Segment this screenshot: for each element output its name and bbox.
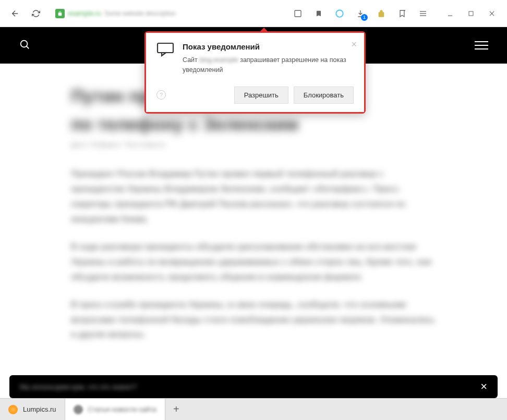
tab-lumpics[interactable]: Lumpics.ru [0,399,65,420]
article-meta: Дата • Рубрика • Теги новости [71,141,436,149]
menu-icon[interactable] [417,8,429,19]
favicon-icon [74,405,83,414]
svg-rect-6 [469,11,473,16]
favicon-icon [8,405,18,414]
downloads-icon[interactable]: 1 [355,8,366,19]
cookie-text: Мы используем куки, что это значит? [20,383,137,391]
tab-title: Lumpics.ru [23,405,56,413]
yandex-icon[interactable] [334,8,345,19]
reader-mode-icon[interactable] [292,8,304,19]
maximize-button[interactable] [465,8,477,19]
url-host: example.ru [68,9,101,17]
bookmarks-panel-icon[interactable] [396,8,408,19]
address-bar[interactable]: example.ru Some website description [51,6,197,21]
article-paragraph: В ходе разговора президенты обсудили уре… [71,240,436,285]
cookie-close-button[interactable]: × [480,380,487,393]
help-icon[interactable]: ? [156,90,166,100]
article-paragraph: Президент России Владимир Путин провел п… [71,167,436,227]
cookie-banner: Мы используем куки, что это значит? × [9,375,498,398]
back-button[interactable] [9,8,21,19]
window-controls [444,8,498,19]
svg-rect-0 [295,10,301,17]
tabs-bar: Lumpics.ru Статья новости сайта + [0,398,507,420]
svg-point-1 [336,10,343,17]
lock-icon [55,9,65,18]
tab-title: Статья новости сайта [88,405,156,413]
close-window-button[interactable] [486,8,498,19]
hamburger-menu-icon[interactable] [475,41,488,50]
reload-button[interactable] [30,8,42,19]
downloads-badge: 1 [361,14,368,21]
dialog-title: Показ уведомлений [183,42,354,51]
permission-dialog: × Показ уведомлений Сайт blog.example за… [144,31,366,114]
new-tab-button[interactable]: + [165,399,187,420]
url-desc: Some website description [104,10,176,17]
svg-point-9 [21,41,28,47]
tab-active[interactable]: Статья новости сайта [65,399,165,420]
minimize-button[interactable] [444,8,456,19]
allow-button[interactable]: Разрешить [234,87,288,104]
article-title-line2: по телефону с Зеленским [71,113,436,135]
extensions-icon[interactable] [376,8,387,19]
article-paragraph: В пресс-службе президента Украины, в сво… [71,298,436,343]
dialog-description: Сайт blog.example запрашивает разрешение… [183,55,354,75]
bookmark-icon[interactable] [313,8,324,19]
notification-icon [156,42,174,57]
browser-toolbar: example.ru Some website description 1 [0,0,507,27]
svg-line-10 [27,46,29,49]
svg-rect-11 [158,43,173,53]
dialog-arrow [259,28,269,32]
dialog-close-button[interactable]: × [351,39,357,50]
block-button[interactable]: Блокировать [294,87,354,104]
search-icon[interactable] [19,39,30,52]
